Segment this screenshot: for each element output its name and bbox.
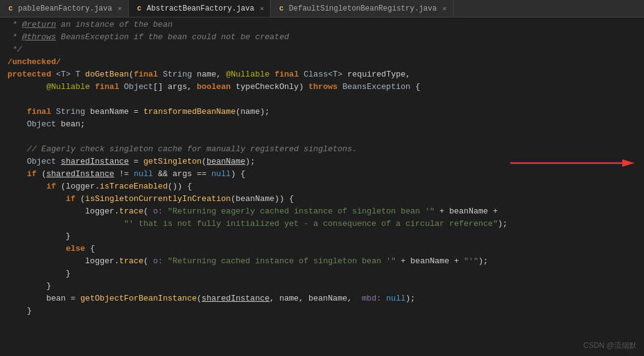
code-area: * @return an instance of the bean * @thr…: [0, 17, 644, 356]
tab-bar: C pableBeanFactory.java ✕ C AbstractBean…: [0, 0, 644, 17]
svg-marker-1: [622, 159, 635, 167]
code-line: else {: [0, 244, 644, 256]
code-line: logger.trace( o: "Returning cached insta…: [0, 256, 644, 269]
code-line: if (sharedInstance != null && args == nu…: [0, 169, 644, 182]
red-arrow: [510, 156, 635, 170]
tab-label-default: DefaultSingletonBeanRegistry.java: [289, 4, 437, 13]
watermark: CSDN @流烟默: [583, 340, 637, 351]
code-line: final String beanName = transformedBeanN…: [0, 107, 644, 119]
tab-icon-default: C: [277, 4, 286, 13]
code-line: }: [0, 232, 644, 244]
code-line: [0, 319, 644, 331]
code-line: bean = getObjectForBeanInstance(sharedIn…: [0, 294, 644, 306]
tab-icon-abstract: C: [135, 4, 144, 13]
code-line: [0, 95, 644, 107]
tab-default[interactable]: C DefaultSingletonBeanRegistry.java ✕: [271, 0, 453, 17]
tab-label-pable: pableBeanFactory.java: [18, 4, 112, 13]
tab-label-abstract: AbstractBeanFactory.java: [147, 4, 254, 13]
tab-abstract[interactable]: C AbstractBeanFactory.java ✕: [129, 0, 271, 17]
tab-close-default[interactable]: ✕: [442, 4, 447, 12]
code-line: if (isSingletonCurrentlyInCreation(beanN…: [0, 194, 644, 207]
code-line-arrow: Object sharedInstance = getSingleton(bea…: [0, 157, 644, 169]
code-line: }: [0, 306, 644, 319]
tab-icon-pable: C: [6, 4, 15, 13]
code-line: * @return an instance of the bean: [0, 20, 644, 32]
code-line: protected <T> T doGetBean(final String n…: [0, 70, 644, 82]
code-line: "' that is not fully initialized yet - a…: [0, 219, 644, 232]
code-line: }: [0, 281, 644, 294]
code-line: Object bean;: [0, 119, 644, 132]
code-line: */: [0, 45, 644, 57]
code-line: logger.trace( o: "Returning eagerly cach…: [0, 207, 644, 219]
tab-close-abstract[interactable]: ✕: [260, 4, 264, 12]
code-line: /unchecked/: [0, 57, 644, 70]
code-line: // Eagerly check singleton cache for man…: [0, 144, 644, 157]
code-line: }: [0, 269, 644, 281]
code-line: if (logger.isTraceEnabled()) {: [0, 182, 644, 194]
code-line: @Nullable final Object[] args, boolean t…: [0, 82, 644, 95]
code-line: [0, 132, 644, 144]
code-line: * @throws BeansException if the bean cou…: [0, 32, 644, 45]
tab-close-pable[interactable]: ✕: [118, 4, 122, 12]
tab-pable[interactable]: C pableBeanFactory.java ✕: [0, 0, 129, 17]
